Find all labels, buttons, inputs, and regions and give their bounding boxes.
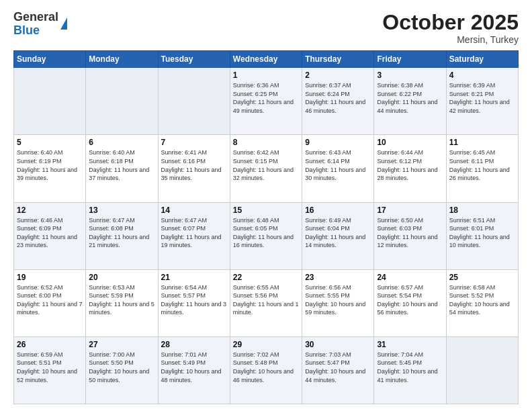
logo: General Blue [13, 11, 67, 38]
day-info: Sunrise: 6:43 AMSunset: 6:14 PMDaylight:… [305, 148, 371, 182]
calendar-cell: 18Sunrise: 6:51 AMSunset: 6:01 PMDayligh… [446, 202, 518, 269]
day-info: Sunrise: 6:58 AMSunset: 5:52 PMDaylight:… [449, 283, 515, 317]
calendar-cell: 10Sunrise: 6:44 AMSunset: 6:12 PMDayligh… [374, 135, 446, 202]
calendar-cell: 5Sunrise: 6:40 AMSunset: 6:19 PMDaylight… [14, 135, 86, 202]
day-number: 7 [161, 138, 227, 147]
calendar-cell: 14Sunrise: 6:47 AMSunset: 6:07 PMDayligh… [158, 202, 230, 269]
calendar-cell [158, 68, 230, 135]
day-number: 29 [233, 340, 299, 349]
logo-icon [60, 17, 67, 30]
day-info: Sunrise: 6:38 AMSunset: 6:22 PMDaylight:… [377, 81, 443, 115]
calendar-cell: 12Sunrise: 6:46 AMSunset: 6:09 PMDayligh… [14, 202, 86, 269]
header-monday: Monday [86, 51, 158, 68]
day-info: Sunrise: 7:02 AMSunset: 5:48 PMDaylight:… [233, 351, 299, 384]
day-info: Sunrise: 6:40 AMSunset: 6:18 PMDaylight:… [89, 148, 154, 182]
day-info: Sunrise: 6:37 AMSunset: 6:24 PMDaylight:… [305, 81, 371, 115]
location-subtitle: Mersin, Turkey [382, 34, 519, 45]
calendar-cell: 29Sunrise: 7:02 AMSunset: 5:48 PMDayligh… [230, 336, 302, 404]
day-info: Sunrise: 6:42 AMSunset: 6:15 PMDaylight:… [233, 148, 299, 182]
day-info: Sunrise: 6:52 AMSunset: 6:00 PMDaylight:… [17, 283, 83, 317]
title-block: October 2025 Mersin, Turkey [382, 11, 519, 45]
day-number: 4 [449, 71, 515, 80]
calendar-cell: 23Sunrise: 6:56 AMSunset: 5:55 PMDayligh… [302, 269, 374, 336]
day-number: 27 [89, 340, 154, 349]
logo-blue: Blue [13, 24, 58, 38]
day-info: Sunrise: 6:56 AMSunset: 5:55 PMDaylight:… [305, 283, 371, 317]
calendar-cell: 6Sunrise: 6:40 AMSunset: 6:18 PMDaylight… [86, 135, 158, 202]
logo-text: General Blue [13, 11, 58, 38]
day-info: Sunrise: 7:03 AMSunset: 5:47 PMDaylight:… [305, 351, 371, 384]
day-number: 1 [233, 71, 299, 80]
day-number: 16 [305, 205, 371, 215]
day-number: 28 [161, 340, 227, 349]
day-number: 23 [305, 273, 371, 282]
page: General Blue October 2025 Mersin, Turkey… [0, 0, 532, 411]
calendar-cell: 3Sunrise: 6:38 AMSunset: 6:22 PMDaylight… [374, 68, 446, 135]
day-info: Sunrise: 6:54 AMSunset: 5:57 PMDaylight:… [161, 283, 227, 317]
calendar-cell: 15Sunrise: 6:48 AMSunset: 6:05 PMDayligh… [230, 202, 302, 269]
day-number: 11 [449, 138, 515, 147]
day-info: Sunrise: 6:49 AMSunset: 6:04 PMDaylight:… [305, 216, 371, 250]
calendar-cell: 26Sunrise: 6:59 AMSunset: 5:51 PMDayligh… [14, 336, 86, 404]
calendar-cell: 16Sunrise: 6:49 AMSunset: 6:04 PMDayligh… [302, 202, 374, 269]
day-number: 31 [377, 340, 443, 349]
day-info: Sunrise: 7:01 AMSunset: 5:49 PMDaylight:… [161, 351, 227, 384]
calendar-cell: 21Sunrise: 6:54 AMSunset: 5:57 PMDayligh… [158, 269, 230, 336]
day-number: 25 [449, 273, 515, 282]
header-wednesday: Wednesday [230, 51, 302, 68]
header-sunday: Sunday [14, 51, 86, 68]
day-info: Sunrise: 6:46 AMSunset: 6:09 PMDaylight:… [17, 216, 83, 250]
calendar-cell: 2Sunrise: 6:37 AMSunset: 6:24 PMDaylight… [302, 68, 374, 135]
day-number: 15 [233, 205, 299, 215]
logo-general: General [13, 11, 58, 24]
calendar-cell: 19Sunrise: 6:52 AMSunset: 6:00 PMDayligh… [14, 269, 86, 336]
day-info: Sunrise: 6:36 AMSunset: 6:25 PMDaylight:… [233, 81, 299, 115]
weekday-header-row: Sunday Monday Tuesday Wednesday Thursday… [14, 51, 519, 68]
day-info: Sunrise: 6:40 AMSunset: 6:19 PMDaylight:… [17, 148, 83, 182]
day-info: Sunrise: 6:55 AMSunset: 5:56 PMDaylight:… [233, 283, 299, 317]
day-info: Sunrise: 6:59 AMSunset: 5:51 PMDaylight:… [17, 351, 83, 384]
day-number: 13 [89, 205, 154, 215]
header-friday: Friday [374, 51, 446, 68]
month-title: October 2025 [382, 11, 519, 34]
calendar-cell: 4Sunrise: 6:39 AMSunset: 6:21 PMDaylight… [446, 68, 518, 135]
calendar-cell: 11Sunrise: 6:45 AMSunset: 6:11 PMDayligh… [446, 135, 518, 202]
day-number: 18 [449, 205, 515, 215]
day-number: 8 [233, 138, 299, 147]
day-number: 17 [377, 205, 443, 215]
day-info: Sunrise: 7:00 AMSunset: 5:50 PMDaylight:… [89, 351, 154, 384]
calendar-cell: 28Sunrise: 7:01 AMSunset: 5:49 PMDayligh… [158, 336, 230, 404]
day-number: 30 [305, 340, 371, 349]
day-info: Sunrise: 6:50 AMSunset: 6:03 PMDaylight:… [377, 216, 443, 250]
calendar-cell [86, 68, 158, 135]
calendar-cell: 27Sunrise: 7:00 AMSunset: 5:50 PMDayligh… [86, 336, 158, 404]
week-row-2: 12Sunrise: 6:46 AMSunset: 6:09 PMDayligh… [14, 202, 519, 269]
day-number: 3 [377, 71, 443, 80]
calendar-cell [446, 336, 518, 404]
day-info: Sunrise: 6:39 AMSunset: 6:21 PMDaylight:… [449, 81, 515, 115]
day-info: Sunrise: 6:51 AMSunset: 6:01 PMDaylight:… [449, 216, 515, 250]
day-number: 19 [17, 273, 83, 282]
calendar-cell: 9Sunrise: 6:43 AMSunset: 6:14 PMDaylight… [302, 135, 374, 202]
calendar-cell [14, 68, 86, 135]
day-info: Sunrise: 6:45 AMSunset: 6:11 PMDaylight:… [449, 148, 515, 182]
calendar-cell: 8Sunrise: 6:42 AMSunset: 6:15 PMDaylight… [230, 135, 302, 202]
calendar-table: Sunday Monday Tuesday Wednesday Thursday… [13, 50, 519, 404]
calendar-cell: 31Sunrise: 7:04 AMSunset: 5:45 PMDayligh… [374, 336, 446, 404]
day-number: 21 [161, 273, 227, 282]
day-info: Sunrise: 7:04 AMSunset: 5:45 PMDaylight:… [377, 351, 443, 384]
day-number: 9 [305, 138, 371, 147]
day-info: Sunrise: 6:57 AMSunset: 5:54 PMDaylight:… [377, 283, 443, 317]
calendar-cell: 22Sunrise: 6:55 AMSunset: 5:56 PMDayligh… [230, 269, 302, 336]
header-saturday: Saturday [446, 51, 518, 68]
calendar-cell: 7Sunrise: 6:41 AMSunset: 6:16 PMDaylight… [158, 135, 230, 202]
week-row-1: 5Sunrise: 6:40 AMSunset: 6:19 PMDaylight… [14, 135, 519, 202]
day-number: 6 [89, 138, 154, 147]
day-number: 22 [233, 273, 299, 282]
calendar-cell: 24Sunrise: 6:57 AMSunset: 5:54 PMDayligh… [374, 269, 446, 336]
calendar-cell: 30Sunrise: 7:03 AMSunset: 5:47 PMDayligh… [302, 336, 374, 404]
day-info: Sunrise: 6:47 AMSunset: 6:07 PMDaylight:… [161, 216, 227, 250]
day-info: Sunrise: 6:53 AMSunset: 5:59 PMDaylight:… [89, 283, 154, 317]
day-number: 24 [377, 273, 443, 282]
calendar-cell: 25Sunrise: 6:58 AMSunset: 5:52 PMDayligh… [446, 269, 518, 336]
